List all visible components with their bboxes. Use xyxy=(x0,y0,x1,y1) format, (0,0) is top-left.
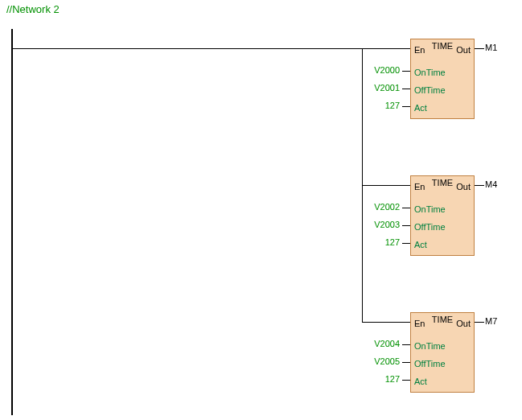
out-label-1: M1 xyxy=(485,43,497,52)
pin-act: Act xyxy=(414,240,427,249)
pin-act: Act xyxy=(414,103,427,113)
pin-offtime: OffTime xyxy=(414,222,446,232)
en-wire-3 xyxy=(362,322,410,323)
pin-en: En xyxy=(414,182,425,191)
en-wire-1 xyxy=(362,48,410,49)
stub xyxy=(402,71,410,72)
pin-offtime: OffTime xyxy=(414,85,446,95)
time-block-3: TIME En Out OnTime OffTime Act xyxy=(410,312,475,393)
pin-ontime: OnTime xyxy=(414,68,446,77)
stub xyxy=(402,89,410,89)
pin-ontime: OnTime xyxy=(414,204,446,214)
offtime-val-1: V2001 xyxy=(366,83,400,93)
offtime-val-3: V2005 xyxy=(366,356,400,366)
act-val-1: 127 xyxy=(366,101,400,110)
ontime-val-3: V2004 xyxy=(366,339,400,348)
ladder-canvas: //Network 2 TIME En Out OnTime OffTime A… xyxy=(0,0,522,420)
out-wire-1 xyxy=(475,48,484,49)
out-wire-2 xyxy=(475,185,484,186)
ontime-val-2: V2002 xyxy=(366,202,400,212)
stub xyxy=(402,106,410,107)
pin-out: Out xyxy=(456,45,471,55)
stub xyxy=(402,362,410,363)
stub xyxy=(402,208,410,208)
act-val-2: 127 xyxy=(366,237,400,247)
time-block-1: TIME En Out OnTime OffTime Act xyxy=(410,39,475,119)
act-val-3: 127 xyxy=(366,374,400,384)
pin-act: Act xyxy=(414,377,427,386)
left-power-rail xyxy=(11,29,13,415)
en-wire-2 xyxy=(362,185,410,186)
pin-ontime: OnTime xyxy=(414,341,446,351)
stub xyxy=(402,243,410,244)
pin-out: Out xyxy=(456,182,471,191)
out-label-2: M4 xyxy=(485,179,497,189)
main-wire xyxy=(13,48,362,49)
pin-en: En xyxy=(414,319,425,328)
stub xyxy=(402,225,410,226)
time-block-2: TIME En Out OnTime OffTime Act xyxy=(410,175,475,256)
ontime-val-1: V2000 xyxy=(366,65,400,75)
pin-offtime: OffTime xyxy=(414,359,446,369)
network-title: //Network 2 xyxy=(6,3,60,15)
offtime-val-2: V2003 xyxy=(366,220,400,229)
pin-en: En xyxy=(414,45,425,55)
stub xyxy=(402,380,410,381)
pin-out: Out xyxy=(456,319,471,328)
out-wire-3 xyxy=(475,322,484,323)
out-label-3: M7 xyxy=(485,316,497,326)
stub xyxy=(402,344,410,345)
